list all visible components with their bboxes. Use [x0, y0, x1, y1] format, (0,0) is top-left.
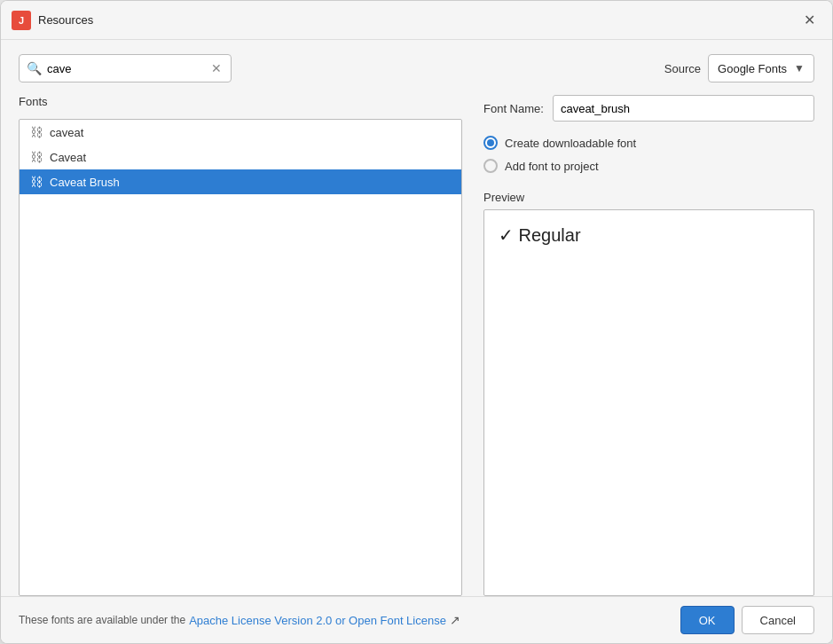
radio-circle-add — [483, 159, 498, 173]
left-panel: Fonts ⛓ caveat ⛓ Caveat ⛓ Caveat Brush — [19, 95, 462, 596]
preview-section: Preview ✓ Regular — [483, 191, 814, 596]
dialog-title: Resources — [38, 13, 797, 27]
search-icon: 🔍 — [27, 61, 42, 75]
link-icon: ⛓ — [30, 125, 43, 139]
radio-dot — [487, 139, 494, 146]
font-name-input[interactable] — [553, 95, 814, 122]
font-item-caveat-lower[interactable]: ⛓ caveat — [20, 120, 461, 145]
link-icon: ⛓ — [30, 150, 43, 164]
external-link-icon[interactable]: ↗ — [450, 613, 460, 627]
font-item-label: Caveat Brush — [50, 176, 120, 189]
dialog: J Resources ✕ 🔍 ✕ Source Google Fonts ▼ — [0, 0, 833, 644]
close-button[interactable]: ✕ — [797, 8, 821, 33]
font-item-label: Caveat — [50, 151, 86, 164]
dialog-buttons: OK Cancel — [680, 606, 814, 634]
top-bar: 🔍 ✕ Source Google Fonts ▼ — [19, 54, 814, 82]
font-name-label: Font Name: — [483, 102, 544, 115]
font-item-caveat-brush[interactable]: ⛓ Caveat Brush — [20, 169, 461, 194]
font-item-label: caveat — [50, 126, 83, 139]
font-item-caveat[interactable]: ⛓ Caveat — [20, 145, 461, 169]
license-prefix: These fonts are available under the — [19, 614, 185, 626]
app-icon: J — [12, 11, 31, 30]
source-label: Source — [664, 62, 701, 75]
font-list[interactable]: ⛓ caveat ⛓ Caveat ⛓ Caveat Brush — [19, 119, 462, 596]
ok-button[interactable]: OK — [680, 606, 735, 634]
source-row: Source Google Fonts ▼ — [664, 54, 814, 82]
search-input[interactable] — [47, 62, 209, 75]
right-panel: Font Name: Create downloadable font Add … — [462, 95, 814, 596]
preview-box: ✓ Regular — [483, 209, 814, 596]
main-area: Fonts ⛓ caveat ⛓ Caveat ⛓ Caveat Brush — [19, 95, 814, 596]
radio-label-downloadable: Create downloadable font — [505, 137, 636, 150]
source-value: Google Fonts — [718, 62, 787, 75]
cancel-button[interactable]: Cancel — [742, 606, 814, 634]
radio-add-to-project[interactable]: Add font to project — [483, 159, 814, 173]
preview-text: ✓ Regular — [499, 224, 581, 246]
fonts-header: Fonts — [19, 95, 462, 114]
fonts-label: Fonts — [19, 95, 48, 108]
radio-label-add: Add font to project — [505, 160, 599, 173]
license-link[interactable]: Apache License Version 2.0 or Open Font … — [189, 614, 446, 627]
radio-group: Create downloadable font Add font to pro… — [483, 136, 814, 173]
search-clear-button[interactable]: ✕ — [209, 61, 224, 75]
source-dropdown[interactable]: Google Fonts ▼ — [708, 54, 814, 82]
link-icon: ⛓ — [30, 175, 43, 189]
chevron-down-icon: ▼ — [794, 62, 805, 75]
footer: These fonts are available under the Apac… — [1, 596, 832, 643]
radio-create-downloadable[interactable]: Create downloadable font — [483, 136, 814, 150]
search-box: 🔍 ✕ — [19, 54, 232, 82]
preview-label: Preview — [483, 191, 814, 204]
content-area: 🔍 ✕ Source Google Fonts ▼ Fonts — [1, 40, 832, 596]
radio-circle-downloadable — [483, 136, 498, 150]
font-name-row: Font Name: — [483, 95, 814, 122]
titlebar: J Resources ✕ — [1, 1, 832, 40]
